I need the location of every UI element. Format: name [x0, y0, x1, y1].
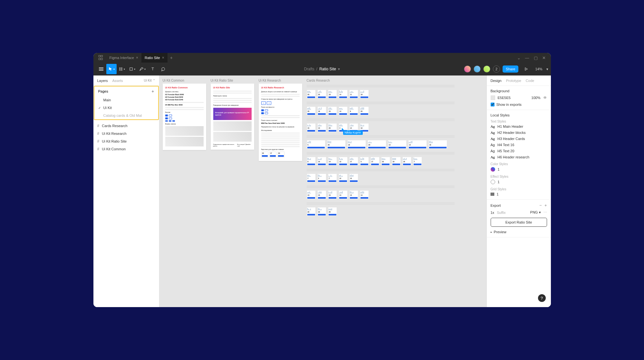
research-card[interactable]: 18	[317, 106, 326, 115]
export-suffix-input[interactable]: Suffix	[497, 211, 505, 215]
share-button[interactable]: Share	[503, 65, 518, 73]
research-card[interactable]: 18	[381, 157, 390, 166]
present-button[interactable]	[521, 64, 531, 74]
research-card[interactable]: 20	[360, 106, 369, 115]
color-swatch[interactable]	[491, 95, 495, 100]
research-card[interactable]: 19	[360, 90, 369, 99]
chevron-down-icon[interactable]: ⌄	[517, 55, 521, 60]
research-card[interactable]: 9	[349, 106, 358, 115]
page-selector[interactable]: Ui Kit ⌃	[144, 79, 155, 82]
research-card[interactable]: 2	[317, 174, 326, 183]
chevron-down-icon[interactable]: ▾	[338, 67, 340, 71]
artboard-cards[interactable]: 2020181411192018151492015132041410520182…	[307, 84, 471, 216]
tab-layers[interactable]: Layers	[97, 79, 108, 83]
research-card[interactable]: 18	[428, 140, 447, 149]
research-card[interactable]: 5	[307, 140, 325, 149]
new-tab-button[interactable]: +	[168, 55, 175, 60]
bg-hex-input[interactable]: E5E5E5	[498, 96, 529, 100]
chevron-down-icon[interactable]: ▾	[546, 67, 548, 71]
pen-tool[interactable]: ▾	[137, 64, 148, 74]
research-card[interactable]: 17	[349, 157, 358, 166]
tab-assets[interactable]: Assets	[112, 79, 123, 83]
research-card[interactable]: 20	[307, 90, 316, 99]
avatar[interactable]	[483, 65, 490, 73]
research-card[interactable]: 15	[328, 106, 337, 115]
visibility-icon[interactable]: 👁	[543, 95, 547, 100]
tab-code[interactable]: Code	[526, 79, 534, 83]
frame-item[interactable]: #Ui Kit Ratio Site	[93, 137, 159, 145]
research-card[interactable]: 13	[307, 190, 316, 199]
research-card[interactable]: 15	[317, 190, 326, 199]
research-card[interactable]: 12	[408, 140, 427, 149]
close-icon[interactable]: ×	[136, 55, 138, 60]
color-style[interactable]: 1	[491, 167, 547, 172]
artboard-label[interactable]: Ui Kit Ratio Site	[211, 79, 254, 82]
avatar[interactable]	[464, 65, 471, 73]
research-card[interactable]: 14	[328, 157, 337, 166]
text-style[interactable]: AgH1 Main Header	[491, 125, 547, 128]
tab-prototype[interactable]: Prototype	[506, 79, 521, 83]
add-page-button[interactable]: +	[151, 89, 154, 94]
frame-item[interactable]: #Ui Kit Common	[93, 145, 159, 153]
research-card[interactable]: 15	[307, 123, 316, 132]
text-style[interactable]: AgH6 Header research	[491, 155, 547, 159]
effect-style[interactable]: 1	[491, 180, 547, 184]
show-in-exports-checkbox[interactable]: Show in exports	[491, 103, 547, 106]
artboard-ratiosite[interactable]: Ui Kit Ratio Site Навигация и меню Повед…	[211, 84, 254, 150]
add-export-button[interactable]: +	[544, 203, 547, 208]
grid-style[interactable]: 1	[491, 192, 547, 196]
checkbox[interactable]	[491, 103, 495, 106]
research-card[interactable]: 13	[388, 140, 407, 149]
text-style[interactable]: AgH4 Text 16	[491, 143, 547, 147]
artboard-label[interactable]: Ui Kit Research	[259, 79, 302, 82]
canvas[interactable]: Ui Kit Common Ui Kit Ratio Common Шрифты…	[159, 75, 486, 307]
main-menu-button[interactable]	[96, 64, 106, 74]
export-options-button[interactable]: ⋯	[543, 210, 547, 215]
home-icon[interactable]	[99, 55, 104, 60]
remove-export-button[interactable]: −	[539, 203, 542, 208]
avatar[interactable]	[474, 65, 481, 73]
breadcrumb[interactable]: Drafts / Ratio Site ▾	[304, 67, 340, 71]
research-card[interactable]: 18	[347, 140, 366, 149]
research-card[interactable]: 14	[339, 106, 348, 115]
text-style[interactable]: AgH2 Header blocks	[491, 131, 547, 135]
research-card[interactable]: 13	[317, 123, 326, 132]
research-card[interactable]: 17	[370, 157, 380, 166]
artboard-common[interactable]: Ui Kit Ratio Common Шрифты системы H1 Fo…	[163, 84, 206, 150]
research-card[interactable]: 13	[349, 174, 358, 183]
text-tool[interactable]	[148, 64, 158, 74]
close-window-icon[interactable]: ✕	[542, 55, 546, 60]
research-card[interactable]: 15	[328, 190, 337, 199]
page-item-main[interactable]: Main	[94, 96, 158, 104]
research-card[interactable]: 13	[349, 190, 358, 199]
frame-item[interactable]: #Cards Research	[93, 122, 159, 130]
research-card[interactable]: 16	[317, 157, 326, 166]
research-card[interactable]: 20	[328, 207, 337, 216]
bg-opacity-input[interactable]: 100%	[531, 96, 540, 100]
research-card[interactable]: 20	[328, 123, 337, 132]
comment-tool[interactable]	[158, 64, 168, 74]
research-card[interactable]: 14	[360, 190, 369, 199]
research-card[interactable]: 7	[307, 174, 316, 183]
research-card[interactable]: 14	[339, 90, 348, 99]
user-count-badge[interactable]: 2	[493, 65, 500, 73]
research-card[interactable]: 20	[327, 140, 346, 149]
tab-design[interactable]: Design	[491, 79, 502, 83]
research-card[interactable]: 12	[339, 174, 348, 183]
zoom-level[interactable]: 14%	[535, 67, 542, 71]
page-item-uikit[interactable]: Ui Kit	[94, 104, 158, 112]
research-card[interactable]: 19	[392, 157, 401, 166]
research-card[interactable]: 11	[349, 90, 358, 99]
research-card[interactable]: 18	[402, 157, 411, 166]
preview-toggle[interactable]: ▸ Preview	[491, 230, 547, 234]
research-card[interactable]: 8	[307, 157, 316, 166]
research-card[interactable]: 14	[339, 190, 348, 199]
frame-tool[interactable]: ▾	[117, 64, 127, 74]
research-card[interactable]: 18	[328, 90, 337, 99]
export-button[interactable]: Export Ratio Site	[491, 218, 547, 227]
minimize-icon[interactable]: —	[525, 55, 529, 60]
artboard-label[interactable]: Cards Research	[307, 79, 471, 82]
research-card[interactable]: 7	[413, 157, 422, 166]
shape-tool[interactable]: ▾	[127, 64, 137, 74]
research-card[interactable]: 12	[339, 157, 348, 166]
